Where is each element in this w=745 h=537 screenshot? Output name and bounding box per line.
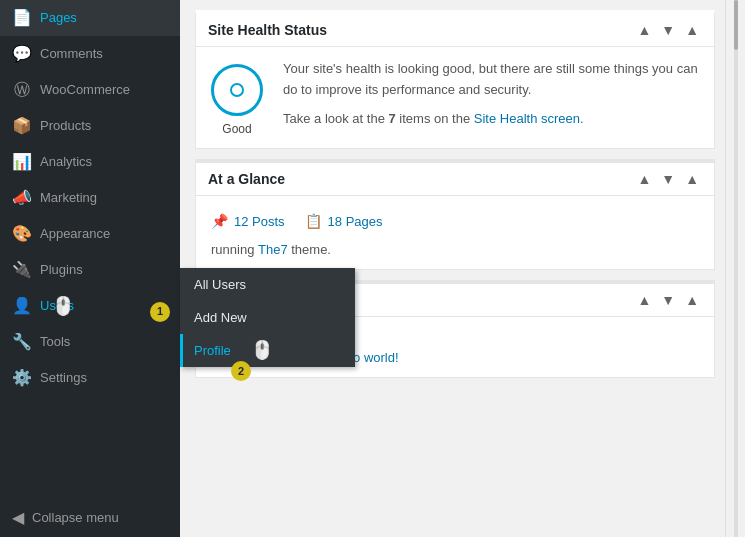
widget-controls: ▲ ▼ ▲ bbox=[634, 22, 702, 38]
at-a-glance-header: At a Glance ▲ ▼ ▲ bbox=[196, 163, 714, 196]
activity-down-arrow[interactable]: ▼ bbox=[658, 292, 678, 308]
health-description-text: Your site's health is looking good, but … bbox=[283, 59, 699, 101]
site-health-widget: Site Health Status ▲ ▼ ▲ Good Your site'… bbox=[195, 10, 715, 149]
sidebar-item-label: Comments bbox=[40, 45, 103, 63]
activity-up-arrow[interactable]: ▲ bbox=[634, 292, 654, 308]
at-a-glance-title: At a Glance bbox=[208, 171, 285, 187]
sidebar-item-plugins[interactable]: 🔌 Plugins bbox=[0, 252, 180, 288]
sidebar-item-pages[interactable]: 📄 Pages bbox=[0, 0, 180, 36]
sidebar-item-label: Settings bbox=[40, 369, 87, 387]
sidebar-item-settings[interactable]: ⚙️ Settings bbox=[0, 360, 180, 396]
health-description: Your site's health is looking good, but … bbox=[283, 59, 699, 129]
cursor-hand: 🖱️ bbox=[52, 294, 74, 319]
sidebar-item-label: Products bbox=[40, 117, 91, 135]
pages-icon: 📄 bbox=[12, 8, 32, 28]
site-health-link[interactable]: Site Health screen bbox=[474, 111, 580, 126]
glance-posts: 📌 12 Posts bbox=[211, 213, 285, 229]
at-a-glance-body: 📌 12 Posts 📋 18 Pages running The7 theme… bbox=[196, 196, 714, 269]
glance-expand[interactable]: ▲ bbox=[682, 171, 702, 187]
sidebar-item-woocommerce[interactable]: Ⓦ WooCommerce bbox=[0, 72, 180, 108]
comments-icon: 💬 bbox=[12, 44, 32, 64]
pages-glance-icon: 📋 bbox=[305, 213, 322, 229]
posts-link[interactable]: 12 Posts bbox=[234, 214, 285, 229]
health-cta: Take a look at the 7 items on the Site H… bbox=[283, 109, 699, 130]
collapse-menu[interactable]: ◀ Collapse menu bbox=[0, 498, 180, 537]
health-circle-inner bbox=[230, 83, 244, 97]
widget-expand[interactable]: ▲ bbox=[682, 22, 702, 38]
sidebar-item-label: Marketing bbox=[40, 189, 97, 207]
collapse-icon: ◀ bbox=[12, 508, 24, 527]
theme-link[interactable]: The7 bbox=[258, 242, 288, 257]
analytics-icon: 📊 bbox=[12, 152, 32, 172]
widget-down-arrow[interactable]: ▼ bbox=[658, 22, 678, 38]
health-status-indicator: Good bbox=[211, 59, 263, 136]
widget-up-arrow[interactable]: ▲ bbox=[634, 22, 654, 38]
sidebar-item-tools[interactable]: 🔧 Tools bbox=[0, 324, 180, 360]
glance-stats-row: 📌 12 Posts 📋 18 Pages bbox=[211, 208, 699, 234]
tools-icon: 🔧 bbox=[12, 332, 32, 352]
widget-controls-activity: ▲ ▼ ▲ bbox=[634, 292, 702, 308]
activity-expand[interactable]: ▲ bbox=[682, 292, 702, 308]
woocommerce-icon: Ⓦ bbox=[12, 80, 32, 100]
appearance-icon: 🎨 bbox=[12, 224, 32, 244]
glance-pages: 📋 18 Pages bbox=[305, 213, 383, 229]
badge-1: 1 bbox=[150, 302, 170, 322]
health-cta-middle: items on the bbox=[396, 111, 474, 126]
sidebar-item-label: Analytics bbox=[40, 153, 92, 171]
pages-link[interactable]: 18 Pages bbox=[328, 214, 383, 229]
cursor-hand-profile: 🖱️ bbox=[251, 339, 273, 361]
theme-text-prefix: running bbox=[211, 242, 258, 257]
health-status-label: Good bbox=[222, 122, 251, 136]
submenu-profile[interactable]: Profile 🖱️ 2 bbox=[180, 334, 355, 367]
right-panel bbox=[725, 0, 745, 537]
sidebar-item-analytics[interactable]: 📊 Analytics bbox=[0, 144, 180, 180]
site-health-title: Site Health Status bbox=[208, 22, 327, 38]
sidebar-item-label: Tools bbox=[40, 333, 70, 351]
sidebar-item-comments[interactable]: 💬 Comments bbox=[0, 36, 180, 72]
glance-down-arrow[interactable]: ▼ bbox=[658, 171, 678, 187]
users-submenu: All Users Add New Profile 🖱️ 2 bbox=[180, 268, 355, 367]
sidebar-item-users[interactable]: 👤 Users 🖱️ 1 bbox=[0, 288, 180, 324]
sidebar-item-label: Appearance bbox=[40, 225, 110, 243]
submenu-add-new[interactable]: Add New bbox=[180, 301, 355, 334]
health-cta-end: . bbox=[580, 111, 584, 126]
sidebar-item-label: Plugins bbox=[40, 261, 83, 279]
badge-2: 2 bbox=[231, 361, 251, 381]
collapse-label: Collapse menu bbox=[32, 510, 119, 525]
health-number: 7 bbox=[389, 111, 396, 126]
widget-controls-glance: ▲ ▼ ▲ bbox=[634, 171, 702, 187]
submenu-all-users[interactable]: All Users bbox=[180, 268, 355, 301]
sidebar-item-label: Pages bbox=[40, 9, 77, 27]
sidebar-item-appearance[interactable]: 🎨 Appearance bbox=[0, 216, 180, 252]
site-health-body: Good Your site's health is looking good,… bbox=[196, 47, 714, 148]
glance-theme-row: running The7 theme. bbox=[211, 234, 699, 257]
health-circle bbox=[211, 64, 263, 116]
sidebar-item-label: WooCommerce bbox=[40, 81, 130, 99]
sidebar-item-marketing[interactable]: 📣 Marketing bbox=[0, 180, 180, 216]
pushpin-icon: 📌 bbox=[211, 213, 228, 229]
settings-icon: ⚙️ bbox=[12, 368, 32, 388]
products-icon: 📦 bbox=[12, 116, 32, 136]
glance-up-arrow[interactable]: ▲ bbox=[634, 171, 654, 187]
sidebar: 📄 Pages 💬 Comments Ⓦ WooCommerce 📦 Produ… bbox=[0, 0, 180, 537]
at-a-glance-widget: At a Glance ▲ ▼ ▲ 📌 12 Posts 📋 18 Pages … bbox=[195, 159, 715, 270]
health-cta-text: Take a look at the bbox=[283, 111, 389, 126]
plugins-icon: 🔌 bbox=[12, 260, 32, 280]
theme-text-suffix: theme. bbox=[288, 242, 331, 257]
site-health-header: Site Health Status ▲ ▼ ▲ bbox=[196, 14, 714, 47]
marketing-icon: 📣 bbox=[12, 188, 32, 208]
users-icon: 👤 bbox=[12, 296, 32, 316]
sidebar-item-products[interactable]: 📦 Products bbox=[0, 108, 180, 144]
